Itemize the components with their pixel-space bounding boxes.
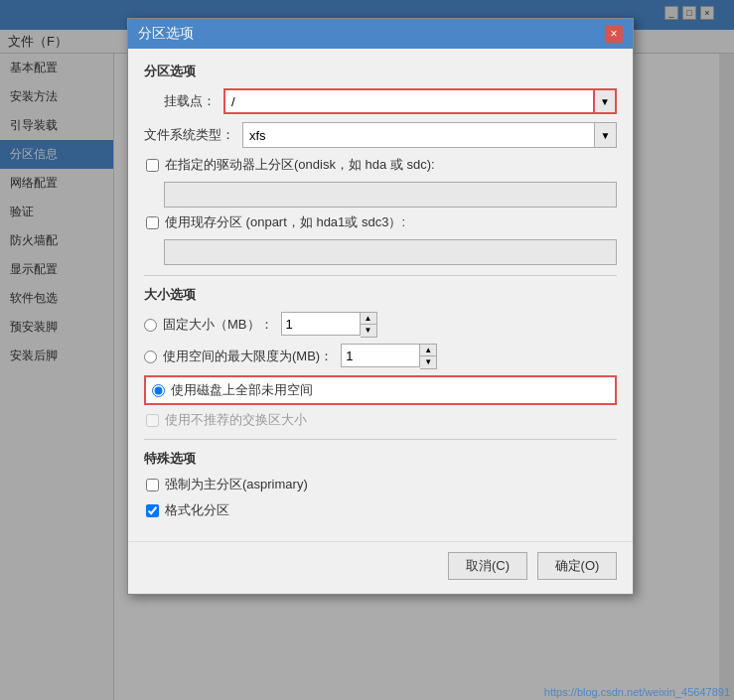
ondisk-input-wrapper — [164, 182, 617, 208]
filesystem-control: ▼ — [242, 122, 617, 148]
format-label: 格式化分区 — [165, 501, 229, 519]
maxsize-spin-input[interactable] — [341, 344, 420, 367]
dialog-footer: 取消(C) 确定(O) — [128, 541, 633, 594]
ondisk-checkbox[interactable] — [146, 159, 159, 172]
maxsize-row: 使用空间的最大限度为(MB)： ▲ ▼ — [144, 344, 617, 369]
mountpoint-dropdown-btn[interactable]: ▼ — [595, 88, 617, 114]
filesystem-input[interactable] — [242, 122, 595, 148]
format-row: 格式化分区 — [144, 501, 617, 519]
primary-label: 强制为主分区(asprimary) — [165, 476, 308, 493]
maxsize-spin-wrapper: ▲ ▼ — [341, 344, 617, 369]
fixed-size-spin-up[interactable]: ▲ — [361, 313, 376, 325]
fixed-size-spin-input[interactable] — [281, 312, 361, 336]
section2-title: 大小选项 — [144, 286, 617, 304]
ok-button[interactable]: 确定(O) — [537, 552, 617, 580]
onpart-label: 使用现存分区 (onpart，如 hda1或 sdc3）: — [165, 213, 405, 231]
primary-checkbox[interactable] — [146, 479, 159, 491]
divider2 — [144, 439, 617, 440]
section3-title: 特殊选项 — [144, 450, 617, 468]
primary-row: 强制为主分区(asprimary) — [144, 476, 617, 493]
fixed-size-row: 固定大小（MB）： ▲ ▼ — [144, 312, 617, 338]
fixed-size-radio[interactable] — [144, 319, 157, 332]
dialog-titlebar: 分区选项 × — [128, 19, 633, 49]
maxsize-spin-up[interactable]: ▲ — [420, 345, 436, 356]
mountpoint-label: 挂载点： — [144, 92, 223, 110]
grow-radio[interactable] — [152, 384, 165, 397]
ondisk-label: 在指定的驱动器上分区(ondisk，如 hda 或 sdc): — [165, 156, 435, 174]
maxsize-spin-down[interactable]: ▼ — [420, 356, 436, 368]
partition-options-dialog: 分区选项 × 分区选项 挂载点： ▼ 文件系统类型： ▼ — [127, 18, 634, 595]
onpart-row: 使用现存分区 (onpart，如 hda1或 sdc3）: — [144, 213, 617, 231]
filesystem-dropdown-btn[interactable]: ▼ — [595, 122, 617, 148]
onpart-checkbox[interactable] — [146, 216, 159, 229]
filesystem-dropdown-icon: ▼ — [601, 130, 611, 141]
fixed-size-spin-wrapper: ▲ ▼ — [281, 312, 618, 338]
cancel-button[interactable]: 取消(C) — [448, 552, 527, 580]
maxsize-spin-buttons: ▲ ▼ — [420, 344, 437, 369]
mountpoint-control: ▼ — [223, 88, 617, 114]
maxsize-radio[interactable] — [144, 350, 157, 363]
ondisk-row: 在指定的驱动器上分区(ondisk，如 hda 或 sdc): — [144, 156, 617, 174]
recommended-row: 使用不推荐的交换区大小 — [144, 411, 617, 429]
fixed-size-spin-down[interactable]: ▼ — [361, 325, 376, 337]
filesystem-row: 文件系统类型： ▼ — [144, 122, 617, 148]
grow-row: 使用磁盘上全部未用空间 — [144, 375, 617, 405]
mountpoint-row: 挂载点： ▼ — [144, 88, 617, 114]
filesystem-label: 文件系统类型： — [144, 126, 242, 144]
fixed-size-label: 固定大小（MB）： — [163, 316, 273, 334]
mountpoint-dropdown-icon: ▼ — [600, 96, 610, 107]
recommended-checkbox[interactable] — [146, 414, 159, 427]
watermark: https://blog.csdn.net/weixin_45647891 — [544, 686, 730, 698]
format-checkbox[interactable] — [146, 504, 159, 517]
dialog-body: 分区选项 挂载点： ▼ 文件系统类型： ▼ 在指定的驱动器上 — [128, 49, 633, 541]
ondisk-input[interactable] — [164, 182, 617, 208]
dialog-title: 分区选项 — [138, 25, 194, 43]
onpart-input[interactable] — [164, 239, 617, 265]
grow-label: 使用磁盘上全部未用空间 — [171, 381, 313, 399]
mountpoint-input[interactable] — [223, 88, 595, 114]
maxsize-label: 使用空间的最大限度为(MB)： — [163, 348, 333, 365]
section1-title: 分区选项 — [144, 63, 617, 80]
onpart-input-wrapper — [164, 239, 617, 265]
dialog-close-button[interactable]: × — [605, 25, 623, 43]
divider1 — [144, 275, 617, 276]
recommended-label: 使用不推荐的交换区大小 — [165, 411, 307, 429]
fixed-size-spin-buttons: ▲ ▼ — [361, 312, 377, 338]
